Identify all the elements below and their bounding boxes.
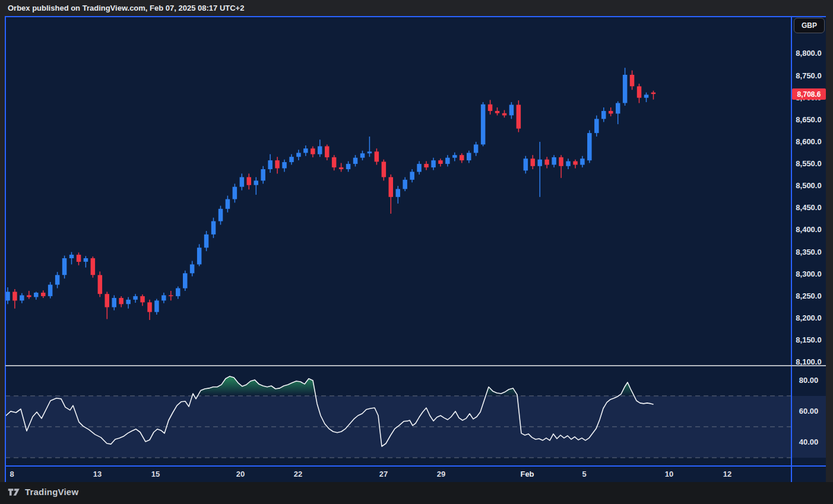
candle-body [467, 153, 471, 161]
candle-body [445, 158, 450, 164]
candle-body [261, 169, 265, 180]
candle-body [289, 157, 294, 162]
candle-body [474, 144, 479, 153]
currency-badge[interactable]: GBP [794, 18, 825, 33]
time-axis[interactable]: 8131520222729Feb51012 [5, 467, 826, 482]
candle-body [587, 133, 592, 160]
price-tick-label: 8,150.0 [791, 335, 826, 344]
candle-body [147, 302, 152, 312]
candle-body [644, 95, 649, 98]
candle-body [460, 155, 464, 160]
candle-body [240, 177, 245, 186]
price-tick-label: 8,800.0 [791, 49, 826, 58]
candle-body [637, 86, 642, 97]
time-tick-label: 20 [236, 467, 245, 482]
candle-body [48, 285, 53, 296]
price-tick-label: 8,650.0 [791, 115, 826, 124]
tradingview-logo-text: TradingView [25, 487, 78, 497]
candle-body [105, 294, 110, 307]
candle-body [566, 161, 571, 166]
candle-body [538, 160, 543, 166]
candle-body [368, 151, 372, 153]
candle-body [424, 164, 429, 167]
candle-body [410, 172, 414, 179]
price-tick-label: 8,600.0 [791, 137, 826, 146]
candle-body [580, 159, 585, 164]
candle-body [616, 103, 620, 114]
candle-body [98, 275, 103, 294]
candle-body [119, 298, 123, 304]
candle-body [254, 180, 259, 185]
candle-body [183, 273, 188, 288]
candle-body [360, 153, 365, 157]
price-tick-label: 8,350.0 [791, 248, 826, 256]
candle-body [509, 105, 514, 116]
candle-body [318, 146, 322, 154]
candle-body [169, 295, 173, 296]
candle-body [62, 258, 67, 275]
pane-separator-line [5, 365, 826, 366]
time-tick-label: Feb [520, 467, 534, 482]
rsi-overbought-fill [198, 376, 316, 396]
tradingview-logo[interactable]: TradingView [8, 487, 78, 497]
candle-body [559, 157, 563, 166]
candle-body [311, 148, 315, 154]
price-tick-label: 8,400.0 [791, 225, 826, 234]
candle-body [34, 293, 39, 297]
candle-body [211, 221, 216, 234]
brand-bar: TradingView [0, 482, 833, 504]
candle-body [544, 160, 549, 165]
candle-body [601, 111, 606, 119]
last-price-label: 8,708.6 [792, 88, 826, 100]
chart-canvas[interactable] [5, 17, 791, 466]
candle-body [517, 105, 521, 129]
candle-body [481, 104, 486, 145]
candle-body [389, 177, 394, 196]
price-tick-label: 8,100.0 [791, 357, 826, 366]
time-tick-label: 15 [151, 467, 160, 482]
chart-frame-left-line [5, 16, 6, 482]
candle-body [20, 295, 24, 300]
candle-body [403, 180, 407, 189]
candle-body [275, 160, 280, 168]
candle-body [651, 93, 656, 94]
candle-body [5, 292, 9, 301]
candle-body [417, 164, 422, 172]
candle-body [190, 264, 195, 273]
candle-body [226, 199, 230, 209]
candle-body [609, 111, 613, 114]
candle-body [282, 162, 287, 168]
candle-body [488, 104, 493, 111]
candle-body [573, 161, 578, 165]
price-tick-label: 8,200.0 [791, 313, 826, 322]
rsi-line [5, 376, 653, 446]
candle-body [218, 209, 223, 221]
attribution-text: Orbex published on TradingView.com, Feb … [8, 0, 244, 16]
price-tick-label: 8,550.0 [791, 159, 826, 168]
candles-layer [5, 68, 655, 320]
candle-body [332, 157, 337, 167]
candle-body [126, 300, 131, 304]
time-tick-label: 5 [582, 467, 586, 482]
attribution-bar: Orbex published on TradingView.com, Feb … [0, 0, 833, 16]
candle-body [91, 258, 96, 275]
price-tick-label: 8,450.0 [791, 203, 826, 212]
time-tick-label: 12 [723, 467, 731, 482]
candle-body [84, 258, 88, 262]
time-tick-label: 29 [437, 467, 445, 482]
candle-body [495, 111, 500, 113]
time-tick-label: 27 [379, 467, 388, 482]
candle-body [197, 248, 202, 264]
time-tick-label: 22 [294, 467, 302, 482]
candle-body [452, 155, 457, 158]
time-tick-label: 10 [665, 467, 673, 482]
rsi-tick-label: 40.00 [791, 438, 826, 446]
candle-body [268, 160, 273, 169]
rsi-tick-label: 60.00 [791, 407, 826, 416]
candle-body [140, 296, 145, 302]
candle-body [502, 113, 507, 116]
price-tick-label: 8,750.0 [791, 71, 826, 80]
candle-body [27, 295, 31, 297]
price-tick-label: 8,250.0 [791, 291, 826, 300]
candle-body [375, 151, 379, 161]
